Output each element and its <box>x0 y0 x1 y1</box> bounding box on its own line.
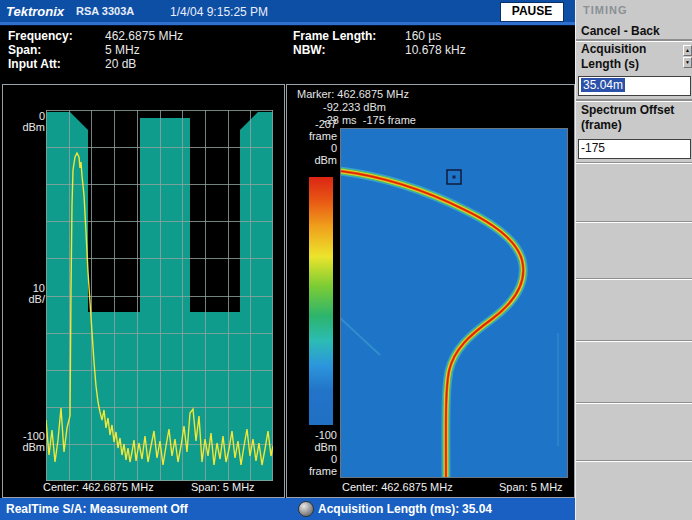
nbw-label: NBW: <box>293 43 325 57</box>
softkey-sidebar: TIMING Cancel - Back Acquisition Length … <box>575 0 692 520</box>
softkey-slot-empty <box>576 340 692 403</box>
spinner-up-icon[interactable]: ▲ <box>683 45 692 56</box>
softkey-slot-empty <box>576 162 692 222</box>
marker-readout-amp: -92.233 dBm <box>323 101 386 113</box>
marker-dot <box>453 176 456 179</box>
acquisition-length-label: Acquisition Length (ms): <box>318 502 459 516</box>
acquisition-length-selected-value: 35.04m <box>581 78 625 92</box>
spectrum-offset-input[interactable]: -175 <box>578 139 691 159</box>
status-bar: RealTime S/A: Measurement Off Acquisitio… <box>0 498 578 520</box>
span-label: Span: <box>8 43 41 57</box>
spectrogram-plot[interactable] <box>340 128 568 478</box>
measurement-status: RealTime S/A: Measurement Off <box>6 502 188 516</box>
softkey-slot-empty <box>576 402 692 461</box>
divider <box>576 99 692 101</box>
input-att-label: Input Att: <box>8 57 61 71</box>
spectrum-offset-softkey-label: Spectrum Offset (frame) <box>581 103 677 133</box>
softkey-slot-empty <box>576 278 692 341</box>
acquisition-length-softkey-label: Acquisition Length (s) <box>581 42 677 72</box>
frequency-label: Frequency: <box>8 29 73 43</box>
y-axis-top-label: 0dBm <box>3 111 45 133</box>
input-att-value: 20 dB <box>105 57 136 71</box>
frequency-value: 462.6875 MHz <box>105 29 183 43</box>
y-axis-scale-label: 10dB/ <box>3 283 45 305</box>
nbw-value: 10.678 kHz <box>405 43 466 57</box>
frame-length-label: Frame Length: <box>293 29 376 43</box>
spectrogram-span-caption: Span: 5 MHz <box>499 481 563 493</box>
spectrogram-panel: Marker: 462.6875 MHz -92.233 dBm -28 ms … <box>286 84 575 498</box>
analyzer-screen: Tektronix RSA 3303A 1/4/04 9:15:25 PM PA… <box>0 0 692 520</box>
titlebar-edge <box>0 22 575 26</box>
spectrum-span-caption: Span: 5 MHz <box>191 481 255 493</box>
marker-readout-freq: Marker: 462.6875 MHz <box>297 88 409 100</box>
divider <box>576 39 692 41</box>
frame-axis-top-label: -207 frame 0 dBm <box>287 118 337 166</box>
spectrogram-center-caption: Center: 462.6875 MHz <box>342 481 453 493</box>
knob-icon <box>298 501 314 517</box>
colorbar-divider <box>336 177 338 425</box>
spectrum-center-caption: Center: 462.6875 MHz <box>43 481 154 493</box>
datetime-label: 1/4/04 9:15:25 PM <box>170 5 268 19</box>
span-value: 5 MHz <box>105 43 140 57</box>
title-bar: Tektronix RSA 3303A 1/4/04 9:15:25 PM PA… <box>0 0 575 22</box>
acquisition-length-value: 35.04 <box>462 502 492 516</box>
softkey-slot-empty <box>576 221 692 279</box>
cancel-back-softkey[interactable]: Cancel - Back <box>581 24 660 38</box>
spectrum-panel: 0dBm 10dB/ -100dBm Center: 462.6875 MHz … <box>2 84 285 498</box>
brand-logo: Tektronix <box>6 4 64 19</box>
frame-axis-bottom-label: -100 dBm 0 frame <box>287 429 337 477</box>
model-label: RSA 3303A <box>76 5 134 17</box>
pause-button[interactable]: PAUSE <box>500 2 564 22</box>
y-axis-bottom-label: -100dBm <box>3 431 45 453</box>
softkey-slot-empty <box>576 460 692 520</box>
amplitude-colorbar <box>309 177 333 425</box>
acquisition-length-spinner: ▲ ▼ <box>683 45 692 69</box>
menu-title: TIMING <box>583 4 628 16</box>
acquisition-length-input[interactable]: 35.04m <box>578 76 691 96</box>
spinner-down-icon[interactable]: ▼ <box>683 57 692 68</box>
spectrum-plot[interactable] <box>46 110 273 481</box>
frame-length-value: 160 µs <box>405 29 441 43</box>
